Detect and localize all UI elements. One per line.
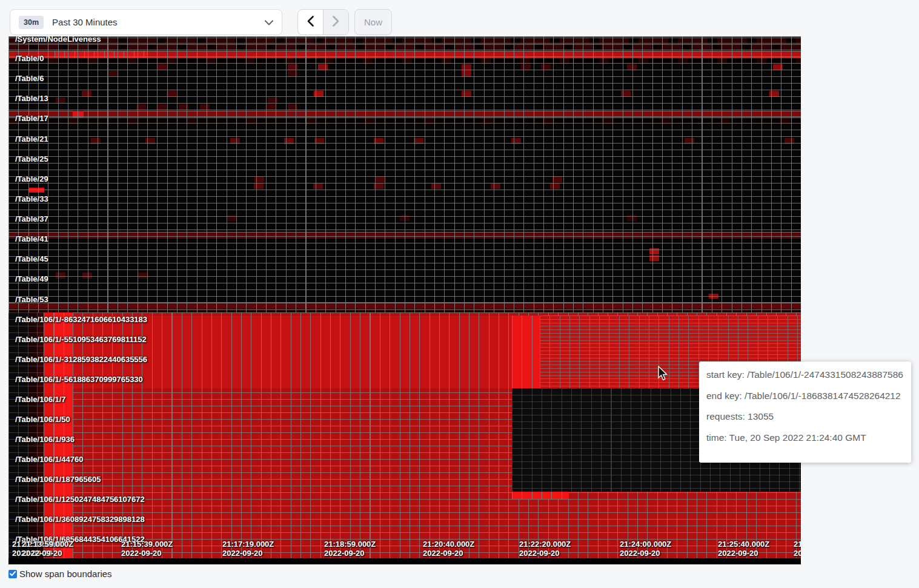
heat-region — [37, 312, 44, 564]
heat-region — [28, 312, 37, 564]
now-button[interactable]: Now — [354, 9, 392, 35]
heatmap-canvas[interactable]: /System/NodeLiveness/Table/0/Table/6/Tab… — [8, 36, 801, 564]
footer: Show span boundaries — [8, 569, 112, 579]
chevron-left-icon — [307, 16, 314, 29]
show-span-boundaries-label: Show span boundaries — [19, 569, 112, 579]
heat-region — [44, 312, 54, 564]
show-span-boundaries-checkbox[interactable] — [8, 570, 17, 578]
heat-region — [512, 315, 540, 388]
tooltip-requests: requests: 13055 — [706, 411, 904, 422]
heat-region — [8, 312, 28, 564]
heat-region — [73, 315, 512, 388]
tooltip-time: time: Tue, 20 Sep 2022 21:24:40 GMT — [706, 432, 904, 443]
heat-region — [512, 492, 569, 499]
chevron-right-icon — [333, 16, 339, 29]
time-range-label: Past 30 Minutes — [52, 17, 118, 27]
heatmap-tooltip: start key: /Table/106/1/-247433150824388… — [699, 362, 911, 463]
grid-overlay — [8, 36, 801, 312]
tooltip-start-key: start key: /Table/106/1/-247433150824388… — [706, 369, 904, 380]
time-range-badge: 30m — [19, 16, 44, 29]
prev-time-button[interactable] — [298, 10, 323, 35]
time-nav-group — [297, 9, 349, 35]
time-range-select[interactable]: 30m Past 30 Minutes — [10, 9, 282, 35]
chevron-down-icon — [265, 17, 273, 28]
heat-region — [54, 312, 73, 564]
next-time-button[interactable] — [323, 10, 348, 35]
heat-region — [8, 558, 801, 564]
tooltip-end-key: end key: /Table/106/1/-18683814745282642… — [706, 391, 904, 401]
toolbar: 30m Past 30 Minutes Now — [0, 0, 919, 36]
